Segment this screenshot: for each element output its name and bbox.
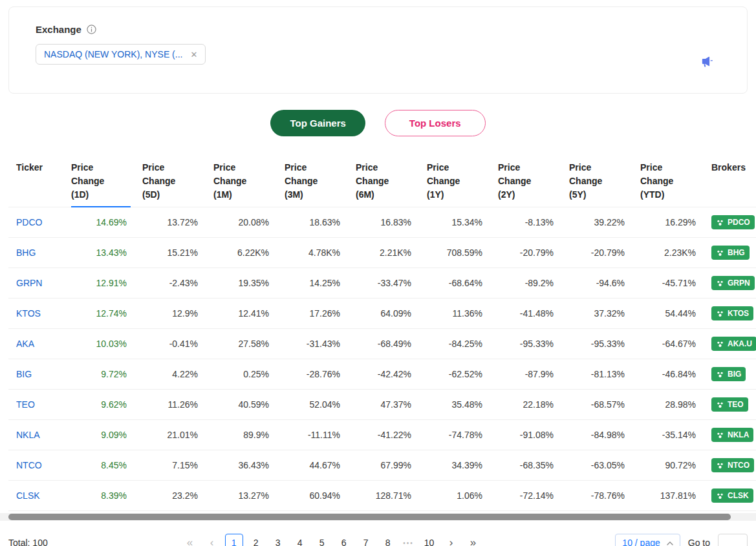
column-header-1y[interactable]: Price Change(1Y) (419, 154, 490, 207)
brokers-cell: PDCO (704, 207, 756, 238)
goto-page-input[interactable] (718, 534, 748, 546)
ticker-link[interactable]: BHG (16, 247, 36, 258)
ticker-link[interactable]: CLSK (16, 490, 40, 501)
ticker-link[interactable]: NTCO (16, 460, 42, 470)
broker-badge[interactable]: AKA.U (711, 337, 756, 351)
price-change-cell: -45.71% (632, 268, 704, 299)
price-change-cell: 12.41% (206, 299, 277, 329)
price-change-cell: 8.39% (63, 481, 135, 511)
broker-badge-label: BHG (728, 248, 745, 257)
column-subtitle: (5Y) (569, 188, 625, 202)
exchange-filter-label: Exchange (36, 24, 81, 35)
price-change-cell: 9.09% (63, 420, 135, 450)
megaphone-icon[interactable] (700, 55, 713, 70)
page-button-1[interactable]: 1 (225, 534, 243, 546)
ticker-link[interactable]: KTOS (16, 308, 41, 319)
broker-badge[interactable]: PDCO (711, 215, 755, 229)
ticker-link[interactable]: GRPN (16, 278, 42, 288)
horizontal-scrollbar-track[interactable] (0, 513, 756, 521)
column-header-ytd[interactable]: Price Change(YTD) (632, 154, 704, 207)
horizontal-scrollbar-thumb[interactable] (8, 514, 731, 520)
column-title: Price Change (640, 161, 696, 188)
price-change-cell: 11.36% (419, 299, 490, 329)
prev-page-button[interactable]: ‹ (203, 534, 221, 546)
column-title: Price Change (427, 161, 482, 188)
column-header-5d[interactable]: Price Change(5D) (135, 154, 206, 207)
brokers-cell: KTOS (704, 299, 756, 329)
column-subtitle: (5D) (142, 188, 198, 202)
column-header-1m[interactable]: Price Change(1M) (206, 154, 277, 207)
ticker-link[interactable]: PDCO (16, 217, 42, 227)
price-change-cell: 21.01% (135, 420, 206, 450)
price-change-cell: 18.63% (277, 207, 348, 238)
broker-logo-icon (716, 279, 724, 288)
stocks-table: TickerPrice Change(1D)Price Change(5D)Pr… (8, 154, 756, 511)
column-header-2y[interactable]: Price Change(2Y) (490, 154, 561, 207)
price-change-cell: 22.18% (490, 390, 561, 420)
page-button-3[interactable]: 3 (269, 534, 287, 546)
ticker-link[interactable]: TEO (16, 399, 35, 410)
price-change-cell: -41.22% (348, 420, 419, 450)
last-page-button[interactable]: » (464, 534, 482, 546)
price-change-cell: 17.26% (277, 299, 348, 329)
close-icon[interactable]: ✕ (190, 50, 197, 59)
price-change-cell: 23.2% (135, 481, 206, 511)
broker-logo-icon (716, 340, 724, 348)
table-header-row: TickerPrice Change(1D)Price Change(5D)Pr… (8, 154, 756, 207)
column-header-3m[interactable]: Price Change(3M) (277, 154, 348, 207)
price-change-cell: -46.84% (632, 359, 704, 390)
ticker-link[interactable]: BIG (16, 369, 32, 379)
page-button-8[interactable]: 8 (379, 534, 397, 546)
price-change-cell: 137.81% (632, 481, 704, 511)
broker-badge[interactable]: NTCO (711, 458, 754, 472)
broker-badge[interactable]: KTOS (711, 306, 753, 320)
page-button-10[interactable]: 10 (420, 534, 438, 546)
page-button-6[interactable]: 6 (335, 534, 353, 546)
broker-logo-icon (716, 461, 724, 470)
next-page-button[interactable]: › (442, 534, 460, 546)
price-change-cell: -20.79% (561, 238, 632, 268)
price-change-cell: 2.21K% (348, 238, 419, 268)
page-button-7[interactable]: 7 (357, 534, 375, 546)
broker-badge[interactable]: BHG (711, 246, 750, 260)
ticker-cell: NTCO (8, 450, 63, 481)
page-size-value: 10 / page (622, 538, 660, 546)
price-change-cell: -20.79% (490, 238, 561, 268)
price-change-cell: 19.35% (206, 268, 277, 299)
column-title: Price Change (356, 161, 411, 188)
page-button-4[interactable]: 4 (291, 534, 309, 546)
broker-badge[interactable]: BIG (711, 367, 746, 381)
pagination-ellipsis[interactable]: ••• (401, 540, 416, 546)
price-change-cell: -28.76% (277, 359, 348, 390)
column-header-brokers[interactable]: Brokers (704, 154, 756, 207)
broker-badge[interactable]: NKLA (711, 428, 753, 442)
broker-badge-label: PDCO (728, 218, 750, 227)
column-header-1d[interactable]: Price Change(1D) (63, 154, 135, 207)
top-losers-button[interactable]: Top Losers (385, 110, 486, 136)
price-change-cell: 2.23K% (632, 238, 704, 268)
ticker-link[interactable]: NKLA (16, 430, 40, 440)
page-button-5[interactable]: 5 (313, 534, 331, 546)
brokers-cell: TEO (704, 390, 756, 420)
page-button-2[interactable]: 2 (247, 534, 265, 546)
broker-badge[interactable]: GRPN (711, 276, 755, 290)
info-icon[interactable] (87, 25, 96, 34)
price-change-cell: -42.42% (348, 359, 419, 390)
page-size-select[interactable]: 10 / page (615, 534, 680, 546)
ticker-link[interactable]: AKA (16, 339, 34, 349)
price-change-cell: 9.62% (63, 390, 135, 420)
ticker-cell: KTOS (8, 299, 63, 329)
column-header-6m[interactable]: Price Change(6M) (348, 154, 419, 207)
ticker-cell: GRPN (8, 268, 63, 299)
broker-badge[interactable]: CLSK (711, 488, 753, 503)
first-page-button[interactable]: « (181, 534, 199, 546)
column-title: Price Change (71, 161, 127, 188)
top-gainers-button[interactable]: Top Gainers (270, 110, 365, 136)
price-change-cell: 52.04% (277, 390, 348, 420)
table-row: KTOS12.74%12.9%12.41%17.26%64.09%11.36%-… (8, 299, 756, 329)
column-header-ticker[interactable]: Ticker (8, 154, 63, 207)
column-header-5y[interactable]: Price Change(5Y) (561, 154, 632, 207)
column-subtitle: (1Y) (427, 188, 482, 202)
exchange-filter-chip[interactable]: NASDAQ (NEW YORK), NYSE (... ✕ (36, 44, 206, 65)
broker-badge[interactable]: TEO (711, 397, 748, 412)
